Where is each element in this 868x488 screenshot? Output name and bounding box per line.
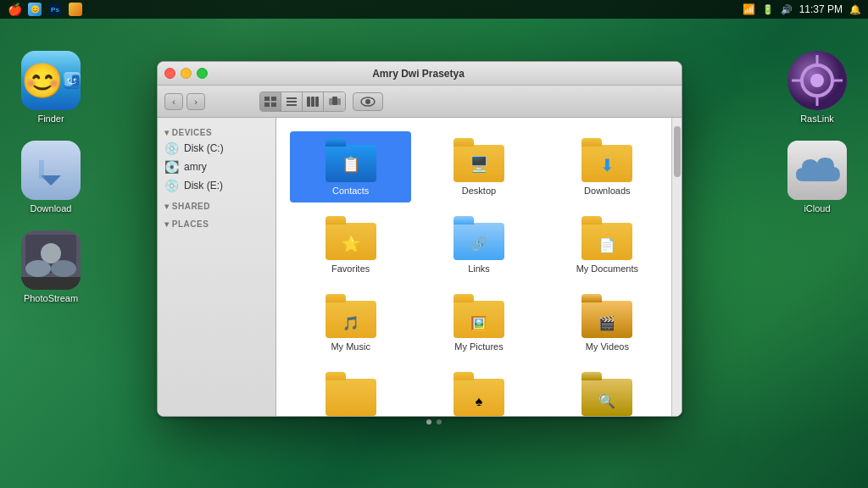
svg-rect-14: [21, 277, 81, 290]
svg-rect-31: [311, 97, 314, 107]
svg-point-11: [41, 243, 61, 263]
folder-music-icon: 🎵: [326, 294, 376, 338]
window-title: Amry Dwi Prasetya: [162, 68, 675, 80]
svg-rect-35: [337, 98, 341, 105]
finder-menubar-icon[interactable]: 😊: [27, 2, 42, 17]
eye-button[interactable]: [353, 92, 383, 111]
finder-icon: [21, 51, 81, 110]
sidebar-item-diskc[interactable]: 💿 Disk (C:): [158, 139, 275, 158]
app3-menubar-icon[interactable]: [68, 2, 83, 17]
page-dot-2[interactable]: [437, 419, 442, 424]
download-desktop-icon[interactable]: Download: [17, 141, 85, 214]
folder-pictures-icon: 🖼️: [453, 294, 504, 338]
notification-icon: 🔔: [849, 4, 861, 15]
svg-rect-29: [287, 104, 297, 106]
raslink-icon: [787, 51, 847, 110]
svg-point-37: [365, 99, 370, 104]
icloud-label: iCloud: [804, 203, 830, 214]
svg-rect-33: [332, 97, 337, 105]
folder-links[interactable]: 🔗 Links: [418, 209, 539, 280]
folder-desktop-icon: 🖥️: [453, 138, 504, 182]
download-label: Download: [31, 203, 72, 214]
svg-point-13: [51, 260, 76, 277]
battery-icon: 🔋: [762, 4, 774, 15]
ps-menubar-icon[interactable]: Ps: [47, 2, 63, 17]
folder-videos-label: My Videos: [586, 341, 629, 352]
sidebar-item-amry[interactable]: 💽 amry: [158, 158, 275, 176]
folder-desktop[interactable]: 🖥️ Desktop: [418, 131, 539, 202]
folder-favorites-label: Favorites: [331, 263, 370, 274]
folder-roaming-icon: [326, 372, 376, 416]
clock: 11:37 PM: [799, 3, 843, 15]
menubar-left: 🍎 😊 Ps: [7, 2, 83, 17]
menubar: 🍎 😊 Ps 📶 🔋 🔊 11:37 PM 🔔: [0, 0, 868, 19]
view-icon-button[interactable]: [260, 92, 281, 111]
desktop-icons-left: Finder Download: [17, 51, 85, 303]
folder-downloads-label: Downloads: [584, 186, 630, 196]
svg-point-6: [75, 80, 76, 81]
sidebar-item-diske[interactable]: 💿 Disk (E:): [158, 176, 275, 195]
svg-rect-27: [287, 97, 297, 99]
folder-contacts-icon: 📋: [326, 138, 376, 182]
wifi-icon: 📶: [743, 3, 755, 15]
folder-links-icon: 🔗: [453, 216, 504, 260]
folder-searches-icon: 🔍: [581, 372, 632, 416]
photostream-label: PhotoStream: [24, 293, 78, 303]
svg-rect-28: [287, 101, 297, 103]
view-buttons: [259, 92, 346, 112]
svg-point-17: [810, 74, 824, 87]
svg-rect-30: [307, 97, 310, 107]
photostream-desktop-icon[interactable]: PhotoStream: [17, 230, 85, 303]
svg-rect-34: [329, 98, 332, 105]
view-coverflow-button[interactable]: [324, 92, 345, 111]
forward-button[interactable]: ›: [186, 93, 205, 110]
folder-searches[interactable]: 🔍 Searches: [547, 365, 668, 416]
page-dot-1[interactable]: [426, 419, 431, 424]
folder-videos-icon: 🎬: [581, 294, 632, 338]
folder-videos[interactable]: 🎬 My Videos: [547, 287, 668, 358]
svg-point-12: [25, 260, 51, 277]
folder-music-label: My Music: [331, 341, 370, 352]
scrollbar-thumb[interactable]: [674, 126, 681, 177]
view-list-button[interactable]: [281, 92, 303, 111]
svg-rect-32: [315, 97, 319, 107]
window-toolbar: ‹ ›: [158, 86, 682, 118]
folder-pictures-label: My Pictures: [454, 341, 503, 352]
folder-downloads[interactable]: ⬇ Downloads: [547, 131, 668, 202]
icloud-icon: [787, 141, 847, 200]
folder-roaming[interactable]: Roaming: [290, 365, 411, 416]
folder-favorites-icon: ⭐: [326, 216, 376, 260]
folder-downloads-icon: ⬇: [581, 138, 632, 182]
sidebar-places-header: ▾ PLACES: [158, 216, 275, 230]
folder-savedgames[interactable]: ♠️ Saved Games: [418, 365, 539, 416]
finder-desktop-icon[interactable]: Finder: [17, 51, 85, 124]
sidebar-diske-label: Disk (E:): [184, 180, 223, 191]
folder-music[interactable]: 🎵 My Music: [290, 287, 411, 358]
back-button[interactable]: ‹: [164, 93, 183, 110]
apple-menu[interactable]: 🍎: [7, 2, 22, 17]
folder-documents[interactable]: 📄 My Documents: [547, 209, 668, 280]
sidebar-shared-header: ▾ SHARED: [158, 198, 275, 213]
sidebar-places-section: ▾ PLACES: [158, 216, 275, 230]
folder-documents-icon: 📄: [581, 216, 632, 260]
view-column-button[interactable]: [303, 92, 324, 111]
folder-pictures[interactable]: 🖼️ My Pictures: [418, 287, 539, 358]
scrollbar-track[interactable]: [671, 118, 682, 416]
svg-rect-24: [271, 97, 276, 101]
finder-window: Amry Dwi Prasetya ‹ ›: [157, 61, 682, 417]
sidebar-devices-section: ▾ DEVICES 💿 Disk (C:) 💽 amry 💿 Disk (E:): [158, 125, 275, 195]
svg-rect-25: [264, 103, 270, 107]
svg-rect-8: [39, 160, 44, 179]
folder-contacts-label: Contacts: [332, 186, 369, 196]
icloud-desktop-icon[interactable]: iCloud: [783, 141, 851, 214]
desktop: 🍎 😊 Ps 📶 🔋 🔊 11:37 PM 🔔: [0, 0, 868, 488]
raslink-desktop-icon[interactable]: RasLink: [783, 51, 851, 124]
sidebar-shared-section: ▾ SHARED: [158, 198, 275, 213]
folder-contacts[interactable]: 📋 Contacts: [290, 131, 411, 202]
disk-e-icon: 💿: [164, 179, 179, 192]
photostream-icon: [21, 230, 81, 290]
page-dots: [426, 419, 442, 424]
desktop-icons-right: RasLink iCloud: [783, 51, 851, 214]
window-titlebar: Amry Dwi Prasetya: [158, 62, 682, 86]
folder-favorites[interactable]: ⭐ Favorites: [290, 209, 411, 280]
